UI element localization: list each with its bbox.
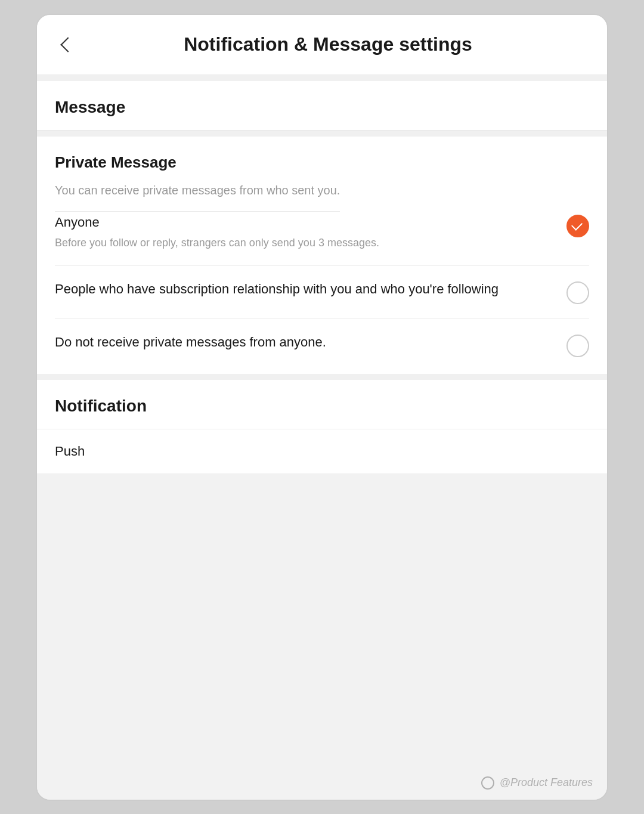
watermark-icon: [481, 776, 494, 790]
notification-section-header: Notification: [37, 380, 607, 429]
option-anyone-radio[interactable]: [566, 215, 589, 237]
option-none[interactable]: Do not receive private messages from any…: [55, 319, 589, 374]
private-message-title: Private Message: [55, 153, 177, 171]
phone-container: Notification & Message settings Message …: [36, 14, 608, 801]
option-subscription-label: People who have subscription relationshi…: [55, 280, 555, 299]
message-section-header: Message: [37, 81, 607, 131]
option-subscription-radio[interactable]: [566, 281, 589, 304]
push-label: Push: [55, 444, 85, 459]
back-button[interactable]: [55, 32, 81, 58]
option-anyone-sublabel: Before you follow or reply, strangers ca…: [55, 235, 555, 251]
option-subscription[interactable]: People who have subscription relationshi…: [55, 266, 589, 319]
private-message-description: You can receive private messages from wh…: [55, 184, 340, 212]
section-divider-2: [37, 131, 607, 137]
message-section-title: Message: [55, 98, 125, 116]
private-message-section: Private Message You can receive private …: [37, 137, 607, 374]
page-title: Notification & Message settings: [93, 33, 589, 55]
option-none-label: Do not receive private messages from any…: [55, 333, 555, 352]
option-none-radio[interactable]: [566, 335, 589, 357]
watermark-text: @Product Features: [500, 776, 593, 788]
option-none-content: Do not receive private messages from any…: [55, 333, 566, 355]
notification-section-title: Notification: [55, 397, 147, 415]
header: Notification & Message settings: [37, 15, 607, 75]
option-anyone-content: Anyone Before you follow or reply, stran…: [55, 213, 566, 252]
push-row[interactable]: Push: [37, 429, 607, 474]
section-divider-1: [37, 75, 607, 81]
notification-section: Notification Push: [37, 374, 607, 766]
section-divider-3: [37, 374, 607, 380]
watermark: @Product Features: [37, 767, 607, 800]
option-subscription-content: People who have subscription relationshi…: [55, 280, 566, 302]
option-anyone-label: Anyone: [55, 213, 555, 232]
back-chevron-icon: [60, 37, 75, 52]
